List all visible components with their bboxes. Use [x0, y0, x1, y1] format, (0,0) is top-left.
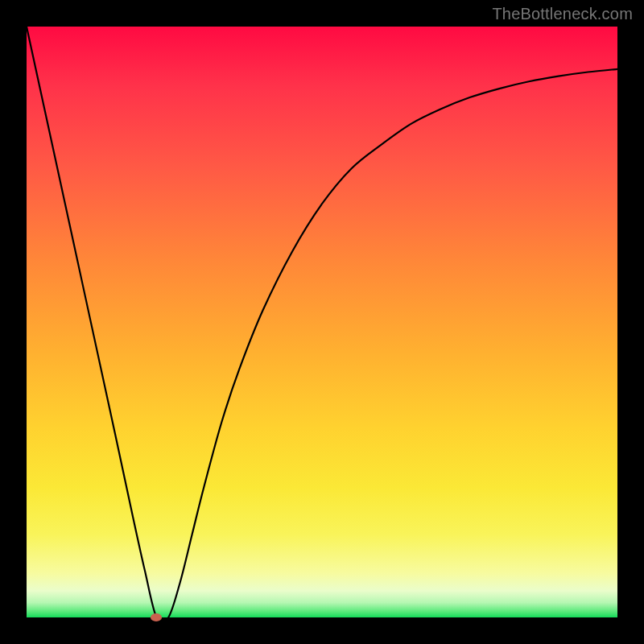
optimum-marker: [151, 613, 162, 621]
chart-frame: TheBottleneck.com: [0, 0, 644, 644]
chart-curve: [27, 27, 617, 617]
plot-area: [27, 27, 617, 617]
watermark-label: TheBottleneck.com: [492, 5, 633, 23]
